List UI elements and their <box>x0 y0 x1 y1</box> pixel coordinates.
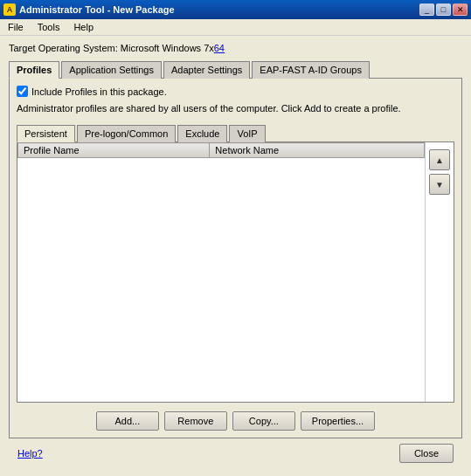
include-profiles-label: Include Profiles in this package. <box>31 86 167 97</box>
arrow-buttons: ▲ ▼ <box>426 142 454 402</box>
os-target-link[interactable]: 64 <box>214 43 225 53</box>
inner-tab-voip[interactable]: VoIP <box>229 125 265 142</box>
tab-adapter-settings[interactable]: Adapter Settings <box>163 61 250 79</box>
col-profile-name: Profile Name <box>18 143 210 158</box>
inner-tab-wrapper: Persistent Pre-logon/Common Exclude VoIP… <box>17 124 454 403</box>
os-target-label: Target Operating System: Microsoft Windo… <box>9 43 214 53</box>
menu-file[interactable]: File <box>5 21 26 33</box>
include-profiles-row: Include Profiles in this package. <box>17 86 454 97</box>
app-icon-label: A <box>7 5 13 14</box>
add-button[interactable]: Add... <box>96 411 159 431</box>
close-button[interactable]: Close <box>399 444 454 463</box>
profiles-description: Administrator profiles are shared by all… <box>17 102 454 115</box>
arrow-down-button[interactable]: ▼ <box>429 174 450 195</box>
app-icon: A <box>3 3 16 16</box>
copy-button[interactable]: Copy... <box>232 411 295 431</box>
include-profiles-checkbox[interactable] <box>17 86 28 97</box>
os-target-line: Target Operating System: Microsoft Windo… <box>9 43 462 53</box>
action-buttons: Add... Remove Copy... Properties... <box>17 411 454 431</box>
tab-eap-fast[interactable]: EAP-FAST A-ID Groups <box>252 61 370 79</box>
tab-profiles[interactable]: Profiles <box>9 61 59 79</box>
menu-bar: File Tools Help <box>0 19 471 36</box>
main-window: Target Operating System: Microsoft Windo… <box>0 36 471 473</box>
title-bar: A Administrator Tool - New Package _ □ ✕ <box>0 0 471 19</box>
minimize-button[interactable]: _ <box>419 3 434 16</box>
arrow-up-button[interactable]: ▲ <box>429 149 450 170</box>
inner-tab-persistent[interactable]: Persistent <box>17 125 75 142</box>
help-link[interactable]: Help? <box>17 448 43 459</box>
inner-tab-exclude[interactable]: Exclude <box>177 125 227 142</box>
tab-application-settings[interactable]: Application Settings <box>61 61 162 79</box>
inner-tab-prelogon[interactable]: Pre-logon/Common <box>77 125 176 142</box>
title-bar-left: A Administrator Tool - New Package <box>3 3 175 16</box>
profile-table[interactable]: Profile Name Network Name <box>17 142 426 402</box>
col-network-name: Network Name <box>210 143 425 158</box>
outer-tab-bar: Profiles Application Settings Adapter Se… <box>9 60 462 79</box>
remove-button[interactable]: Remove <box>164 411 227 431</box>
window-title: Administrator Tool - New Package <box>19 4 175 15</box>
footer: Help? Close <box>9 438 462 466</box>
maximize-button[interactable]: □ <box>436 3 451 16</box>
menu-help[interactable]: Help <box>71 21 96 33</box>
title-bar-controls: _ □ ✕ <box>419 3 468 16</box>
inner-tab-bar: Persistent Pre-logon/Common Exclude VoIP <box>17 124 454 142</box>
window-close-button[interactable]: ✕ <box>453 3 468 16</box>
menu-tools[interactable]: Tools <box>35 21 63 33</box>
profiles-tab-content: Include Profiles in this package. Admini… <box>9 79 462 438</box>
inner-tab-content: Profile Name Network Name ▲ ▼ <box>17 142 454 403</box>
properties-button[interactable]: Properties... <box>301 411 375 431</box>
